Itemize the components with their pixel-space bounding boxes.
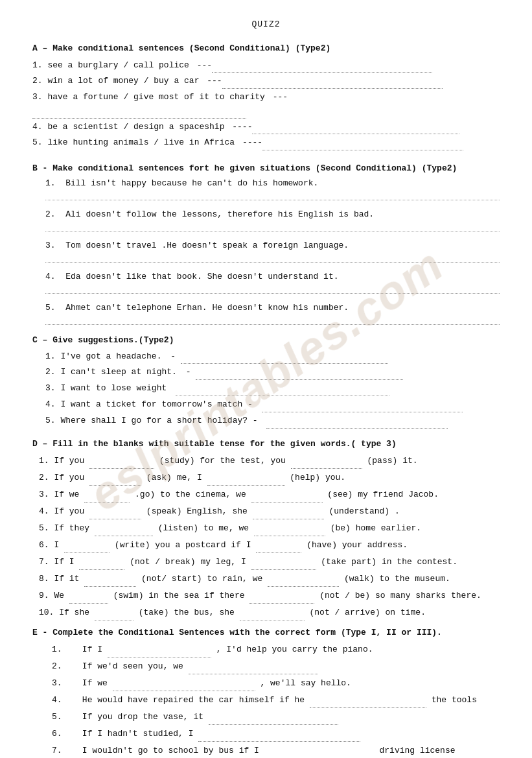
section-e-items: 1. If I , I'd help you carry the piano. …: [32, 643, 500, 758]
section-a-items: 1. see a burglary / call police --- 2. w…: [32, 58, 500, 150]
list-item: 3. have a fortune / give most of it to c…: [32, 90, 500, 119]
list-item: 2. win a lot of money / buy a car ---: [32, 74, 500, 88]
list-item: 1. If you (study) for the test, you (pas…: [39, 454, 500, 469]
list-item: 5. If they (listen) to me, we (be) home …: [39, 521, 500, 536]
list-item: 10. If she (take) the bus, she (not / ar…: [39, 606, 500, 621]
list-item: 3. I want to lose weight: [45, 382, 500, 396]
list-item: 2. If you (ask) me, I (help) you.: [39, 471, 500, 486]
list-item: 5. like hunting animals / live in Africa…: [32, 136, 500, 150]
section-e-header: E - Complete the Conditional Sentences w…: [32, 628, 500, 637]
page-title: QUIZ2: [32, 19, 500, 29]
list-item: 1. I've got a headache. -: [45, 350, 500, 364]
list-item: 4. be a scientist / design a spaceship -…: [32, 120, 500, 134]
section-a-header: A – Make conditional sentences (Second C…: [32, 43, 500, 53]
section-b-items: 1. Bill isn't happy because he can't do …: [32, 178, 500, 325]
section-b-header: B - Make conditional sentences fort he g…: [32, 163, 500, 173]
section-d-items: 1. If you (study) for the test, you (pas…: [32, 454, 500, 621]
list-item: 7. If I (not / break) my leg, I (take pa…: [39, 555, 500, 570]
list-item: 6. If I hadn't studied, I: [52, 727, 500, 742]
list-item: 5. If you drop the vase, it: [52, 710, 500, 725]
list-item: 1. Bill isn't happy because he can't do …: [45, 178, 500, 200]
list-item: 5. Where shall I go for a short holiday?…: [45, 414, 500, 429]
list-item: 4. I want a ticket for tomorrow's match …: [45, 398, 500, 412]
list-item: 4. He would have repaired the car himsel…: [52, 693, 500, 708]
list-item: 6. I (write) you a postcard if I (have) …: [39, 538, 500, 553]
list-item: 3. If we .go) to the cinema, we (see) my…: [39, 488, 500, 503]
list-item: 2. I can't sleep at night. -: [45, 366, 500, 380]
list-item: 9. We (swim) in the sea if there (not / …: [39, 589, 500, 604]
section-c-header: C – Give suggestions.(Type2): [32, 335, 500, 345]
list-item: 4. Eda doesn't like that book. She doesn…: [45, 272, 500, 294]
list-item: 1. If I , I'd help you carry the piano.: [52, 643, 500, 657]
list-item: 3. If we , we'll say hello.: [52, 676, 500, 691]
list-item: 8. If it (not/ start) to rain, we (walk)…: [39, 572, 500, 587]
section-c-items: 1. I've got a headache. - 2. I can't sle…: [32, 350, 500, 429]
list-item: 5. Ahmet can't telephone Erhan. He doesn…: [45, 303, 500, 325]
list-item: 2. Ali doesn't follow the lessons, there…: [45, 209, 500, 231]
list-item: 1. see a burglary / call police ---: [32, 58, 500, 73]
list-item: 7. I wouldn't go to school by bus if I d…: [52, 744, 500, 758]
section-d-header: D – Fill in the blanks with suitable ten…: [32, 439, 500, 449]
list-item: 3. Tom doesn't travel .He doesn't speak …: [45, 241, 500, 263]
list-item: 2. If we'd seen you, we: [52, 659, 500, 674]
list-item: 4. If you (speak) English, she (understa…: [39, 504, 500, 519]
